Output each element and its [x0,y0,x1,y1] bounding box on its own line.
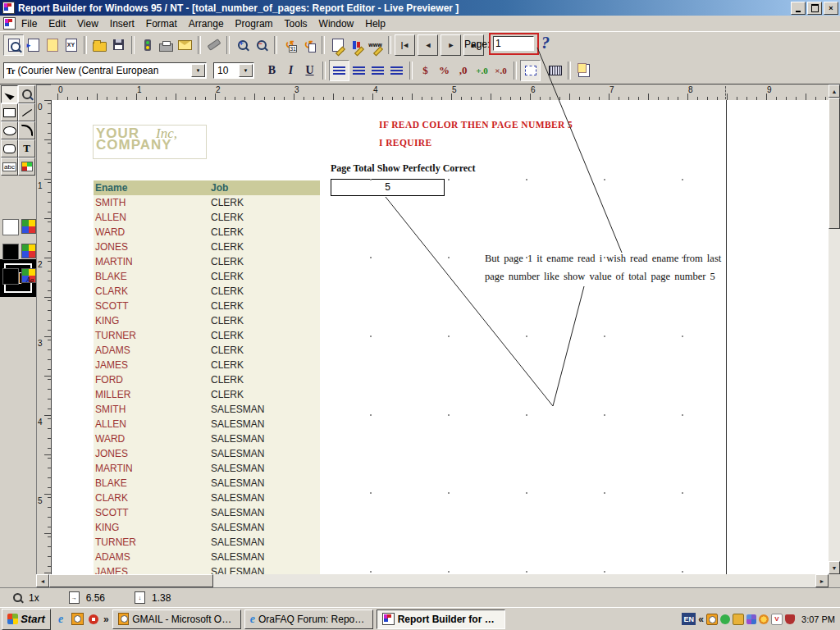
vertical-scrollbar[interactable]: ▲ ▼ [829,84,840,574]
bold-button[interactable]: B [262,61,281,80]
font-size-combo[interactable]: 10 ▼ [213,62,254,79]
data-model-icon[interactable] [43,35,62,55]
table-row[interactable]: MARTINSALESMAN [94,461,320,476]
percent-button[interactable]: % [435,61,454,80]
edit-report-icon[interactable] [328,35,347,55]
currency-button[interactable]: $ [416,61,435,80]
table-row[interactable]: TURNERSALESMAN [94,535,320,550]
table-row[interactable]: KINGCLERK [94,313,320,328]
red-note-line2[interactable]: I REQUIRE [379,138,432,148]
scroll-left-button[interactable]: ◄ [36,574,49,587]
align-right-button[interactable] [368,61,387,80]
table-row[interactable]: SCOTTCLERK [94,299,320,313]
menu-edit[interactable]: Edit [43,16,71,31]
tray-vshield-icon[interactable]: V [771,614,783,625]
dropdown-arrow-icon[interactable]: ▼ [239,64,253,77]
mail-icon[interactable] [176,35,194,55]
first-page-button[interactable]: |◄ [395,34,415,56]
task-button-orafaq[interactable]: e OraFAQ Forum: Reports ... [244,609,373,629]
align-left-button[interactable] [329,60,349,81]
table-row[interactable]: BLAKECLERK [94,269,320,284]
text-tool[interactable]: T [18,139,35,158]
task-button-report-builder[interactable]: Report Builder for Wi... [377,609,505,629]
company-logo[interactable]: YOUR COMPANY Inc, [93,125,207,159]
horizontal-scrollbar[interactable]: ◄ ► [36,574,829,587]
line-color-swatch[interactable] [2,244,19,260]
refresh-data-icon[interactable]: ↺31 [281,35,299,55]
menu-tools[interactable]: Tools [279,16,313,31]
menu-format[interactable]: Format [140,16,183,31]
fill-color-picker[interactable] [2,217,36,240]
language-indicator[interactable]: EN [682,613,696,625]
zoom-in-icon[interactable]: + [233,35,252,55]
tray-messenger-icon[interactable] [720,614,730,624]
red-note-line1[interactable]: IF READ COLOR THEN PAGE NUMBER 5 [379,120,573,130]
tray-security-alert-icon[interactable] [785,614,795,624]
table-row[interactable]: ALLENSALESMAN [94,417,320,431]
table-row[interactable]: KINGSALESMAN [94,520,320,535]
table-row[interactable]: CLARKSALESMAN [94,491,320,505]
tray-folder-icon[interactable] [733,614,744,625]
quick-launch-ie-icon[interactable]: e [54,613,67,626]
tray-clock-icon[interactable] [706,614,718,625]
table-row[interactable]: JONESSALESMAN [94,446,320,461]
menu-file[interactable]: File [16,16,43,31]
table-row[interactable]: ALLENCLERK [94,210,320,225]
quick-launch-overflow-chevron[interactable]: » [103,614,109,625]
scroll-right-button[interactable]: ► [815,574,829,587]
table-row[interactable]: ADAMSSALESMAN [94,550,320,564]
add-decimal-button[interactable]: +.0 [472,61,491,80]
horizontal-scroll-thumb[interactable] [49,574,213,587]
font-name-combo[interactable]: Tr (Courier New (Central European ▼ [3,62,207,79]
tray-update-icon[interactable] [759,614,769,624]
live-previewer-icon[interactable] [3,34,24,56]
run-report-icon[interactable] [138,35,157,55]
scroll-down-button[interactable]: ▼ [829,561,840,574]
quick-launch-opera-icon[interactable] [87,613,100,626]
rounded-rect-tool[interactable] [1,139,18,158]
edit-web-icon[interactable]: www [366,35,385,55]
menu-insert[interactable]: Insert [104,16,140,31]
table-row[interactable]: FORDCLERK [94,372,320,387]
annotation-line2[interactable]: page number like show value of total pag… [485,271,715,283]
field-tool[interactable]: abc [1,158,18,176]
tray-windows-icon[interactable] [746,614,756,624]
help-icon[interactable]: ? [541,34,550,52]
remove-decimal-button[interactable]: ×.0 [491,61,510,80]
page-total-label[interactable]: Page Total Show Perfectly Correct [331,162,475,175]
dropdown-arrow-icon[interactable]: ▼ [191,64,205,77]
restore-button[interactable] [807,2,822,15]
comma-button[interactable]: ,0 [454,61,472,80]
menu-window[interactable]: Window [313,16,360,31]
next-page-button[interactable]: ► [441,34,461,56]
page-number-input[interactable] [493,36,534,51]
table-row[interactable]: WARDSALESMAN [94,431,320,446]
document-icon[interactable] [3,17,16,30]
tray-collapse-chevron[interactable]: « [698,614,704,625]
align-center-button[interactable] [349,61,368,80]
report-canvas[interactable]: YOUR COMPANY Inc, IF READ COLOR THEN PAG… [51,100,829,574]
flex-mode-button[interactable] [520,60,541,81]
open-icon[interactable] [90,35,109,55]
text-color-swatch[interactable] [2,268,19,285]
table-row[interactable]: TURNERCLERK [94,328,320,343]
table-header[interactable]: Ename Job [94,180,320,195]
minimize-button[interactable] [791,2,806,15]
page-copy-icon[interactable] [574,61,593,80]
scroll-up-button[interactable]: ▲ [829,84,840,98]
table-row[interactable]: BLAKESALESMAN [94,476,320,491]
arc-tool[interactable] [18,121,35,139]
annotation-line1[interactable]: But page 1 it ename read i wish read ena… [485,253,721,265]
magic-brush-icon[interactable] [204,35,223,55]
save-icon[interactable] [109,35,128,55]
frame-select-tool[interactable] [18,158,35,176]
fill-color-swatch[interactable] [2,219,19,235]
select-tool[interactable] [1,85,18,103]
menu-program[interactable]: Program [230,16,279,31]
edit-chart-icon[interactable] [347,35,366,55]
text-color-picker[interactable]: Aa [2,267,36,290]
magnify-tool[interactable] [18,85,35,103]
rectangle-tool[interactable] [1,103,18,121]
task-button-outlook[interactable]: GMAIL - Microsoft Outlook [112,609,241,629]
table-row[interactable]: MILLERCLERK [94,387,320,402]
